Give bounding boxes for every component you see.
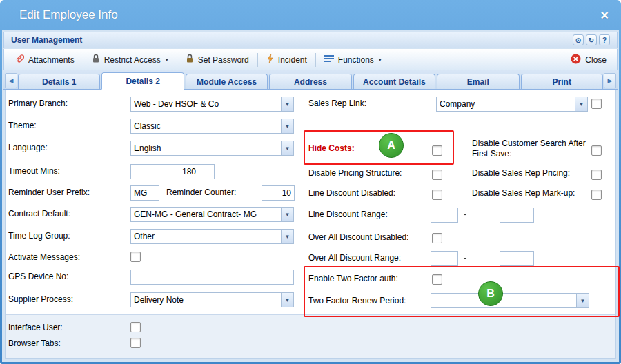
chevron-down-icon[interactable]: ▼: [281, 97, 293, 111]
chevron-down-icon[interactable]: ▼: [281, 208, 293, 221]
refresh-icon[interactable]: ↻: [586, 34, 597, 46]
annotation-circle-b: B: [478, 281, 503, 306]
browser-tabs-label: Browser Tabs:: [8, 338, 61, 349]
window-titlebar: Edit Employee Info ×: [0, 0, 621, 30]
language-label: Language:: [8, 143, 48, 153]
interface-user-checkbox[interactable]: [130, 322, 141, 332]
window-title: Edit Employee Info: [19, 8, 118, 22]
disable-customer-search-label: Disable Customer Search After First Save…: [472, 139, 591, 159]
key-lock-icon: [186, 54, 194, 65]
supplier-process-value[interactable]: [131, 293, 281, 307]
toolbar-separator: [257, 53, 258, 67]
contract-default-combo[interactable]: ▼: [130, 207, 294, 222]
chevron-down-icon[interactable]: ▼: [576, 294, 589, 307]
disable-sales-rep-pricing-label: Disable Sales Rep Pricing:: [472, 168, 570, 179]
contract-default-value[interactable]: [131, 208, 281, 221]
chevron-down-icon[interactable]: ▼: [281, 119, 293, 133]
close-label: Close: [585, 55, 607, 65]
enable-two-factor-checkbox[interactable]: [432, 274, 442, 285]
interface-user-label: Interface User:: [8, 323, 63, 333]
tab-address[interactable]: Address: [269, 74, 351, 89]
line-discount-disabled-label: Line Discount Disabled:: [308, 188, 395, 199]
disable-customer-search-checkbox[interactable]: [591, 145, 602, 156]
hide-costs-label: Hide Costs:: [308, 143, 355, 154]
chevron-down-icon[interactable]: ▼: [281, 230, 293, 243]
tab-print[interactable]: Print: [521, 74, 603, 89]
paperclip-icon: [14, 54, 24, 66]
set-password-button[interactable]: Set Password: [181, 51, 254, 68]
primary-branch-value[interactable]: [131, 97, 281, 111]
panel-header: User Management ⊙ ↻ ?: [3, 32, 618, 48]
form-bottom-section: [6, 314, 615, 358]
tab-details-2[interactable]: Details 2: [101, 72, 184, 90]
chevron-down-icon[interactable]: ▼: [575, 97, 587, 111]
tab-account-details[interactable]: Account Details: [353, 74, 435, 89]
disable-sales-rep-markup-checkbox[interactable]: [591, 190, 602, 200]
language-value[interactable]: [131, 141, 281, 155]
sales-rep-link-value[interactable]: [437, 97, 575, 111]
sales-rep-link-checkbox[interactable]: [591, 99, 602, 109]
toolbar: Attachments Restrict Access ▾ Set Passwo…: [3, 49, 618, 70]
range-separator: -: [464, 210, 466, 219]
incident-icon: [266, 54, 274, 65]
sales-rep-link-combo[interactable]: ▼: [436, 97, 588, 112]
reminder-user-prefix-input[interactable]: [130, 185, 159, 201]
over-all-discount-range-label: Over All Discount Range:: [308, 253, 401, 263]
chevron-down-icon[interactable]: ▼: [281, 141, 293, 155]
tab-details-1[interactable]: Details 1: [18, 74, 100, 89]
details-2-form: Primary Branch: ▼ Theme: ▼ Language: ▼ T…: [5, 90, 616, 359]
over-all-discount-disabled-checkbox[interactable]: [432, 233, 442, 243]
attachments-label: Attachments: [28, 55, 75, 65]
primary-branch-label: Primary Branch:: [8, 99, 68, 109]
annotation-circle-a: A: [379, 133, 404, 158]
two-factor-renew-period-combo[interactable]: ▼: [431, 293, 589, 308]
time-log-group-combo[interactable]: ▼: [130, 229, 294, 244]
edit-employee-info-window: Edit Employee Info × User Management ⊙ ↻…: [0, 0, 621, 364]
time-log-group-value[interactable]: [131, 230, 281, 243]
panel-title: User Management: [11, 35, 82, 45]
gps-device-no-input[interactable]: [130, 270, 294, 285]
tab-scroll-left-icon[interactable]: ◀: [5, 73, 17, 88]
reminder-counter-input[interactable]: [262, 185, 295, 201]
language-combo[interactable]: ▼: [130, 141, 294, 156]
range-separator: -: [464, 253, 466, 263]
functions-button[interactable]: Functions ▾: [319, 52, 386, 68]
tab-strip: ◀ Details 1 Details 2 Module Access Addr…: [3, 70, 618, 90]
disable-sales-rep-pricing-checkbox[interactable]: [591, 170, 602, 180]
primary-branch-combo[interactable]: ▼: [130, 97, 294, 112]
tab-scroll-right-icon[interactable]: ▶: [604, 73, 616, 88]
incident-button[interactable]: Incident: [262, 51, 312, 68]
close-button[interactable]: Close: [566, 51, 611, 69]
toolbar-separator: [83, 53, 83, 67]
tab-module-access[interactable]: Module Access: [186, 74, 268, 89]
line-discount-range-to-input[interactable]: [500, 208, 534, 223]
circle-tool-icon[interactable]: ⊙: [573, 34, 584, 46]
tab-email[interactable]: Email: [437, 74, 519, 89]
restrict-access-button[interactable]: Restrict Access ▾: [87, 51, 173, 68]
hide-costs-checkbox[interactable]: [432, 145, 442, 156]
window-close-icon[interactable]: ×: [599, 8, 610, 22]
theme-combo[interactable]: ▼: [130, 119, 294, 134]
incident-label: Incident: [278, 55, 307, 65]
supplier-process-combo[interactable]: ▼: [130, 292, 294, 307]
activate-messages-checkbox[interactable]: [130, 252, 141, 262]
time-log-group-label: Time Log Group:: [8, 231, 70, 241]
help-icon[interactable]: ?: [599, 34, 610, 46]
sales-rep-link-label: Sales Rep Link:: [308, 99, 366, 109]
timeout-mins-input[interactable]: [130, 164, 215, 179]
two-factor-renew-period-label: Two Factor Renew Period:: [308, 296, 406, 306]
over-all-discount-range-from-input[interactable]: [431, 251, 458, 266]
restrict-access-label: Restrict Access: [104, 55, 161, 65]
disable-pricing-structure-checkbox[interactable]: [432, 170, 442, 180]
line-discount-disabled-checkbox[interactable]: [432, 190, 442, 200]
browser-tabs-checkbox[interactable]: [130, 338, 141, 348]
contract-default-label: Contract Default:: [8, 209, 70, 219]
theme-value[interactable]: [131, 119, 281, 133]
two-factor-renew-period-value[interactable]: [431, 294, 576, 307]
chevron-down-icon[interactable]: ▼: [281, 293, 293, 307]
line-discount-range-from-input[interactable]: [431, 208, 458, 223]
functions-label: Functions: [338, 55, 374, 65]
attachments-button[interactable]: Attachments: [10, 51, 79, 69]
over-all-discount-range-to-input[interactable]: [500, 251, 534, 266]
gps-device-no-label: GPS Device No:: [8, 272, 68, 282]
